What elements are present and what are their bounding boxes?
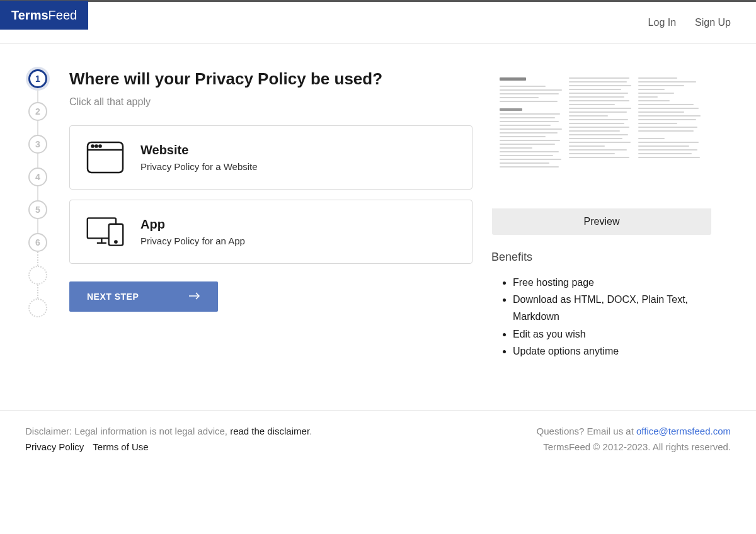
svg-point-3 (95, 145, 97, 147)
step-1[interactable]: 1 (28, 69, 47, 88)
step-placeholder (28, 266, 47, 285)
questions-text: Questions? Email us at (537, 426, 636, 436)
contact-email-link[interactable]: office@termsfeed.com (636, 426, 731, 436)
benefits-list: Free hosting page Download as HTML, DOCX… (491, 274, 712, 360)
step-3: 3 (28, 135, 47, 154)
option-website[interactable]: Website Privacy Policy for a Website (69, 125, 472, 190)
svg-point-4 (99, 145, 101, 147)
next-step-button[interactable]: NEXT STEP (69, 281, 218, 312)
step-connector (37, 285, 38, 298)
browser-icon (85, 140, 125, 175)
arrow-right-icon (189, 292, 200, 302)
benefit-item: Edit as you wish (513, 326, 712, 343)
footer: Disclaimer: Legal information is not leg… (0, 410, 756, 477)
logo-feed: Feed (49, 8, 77, 23)
disclaimer-text: Disclaimer: Legal information is not leg… (25, 426, 230, 436)
benefit-item: Update options anytime (513, 343, 712, 360)
option-text: App Privacy Policy for an App (140, 217, 245, 246)
svg-point-9 (115, 241, 117, 242)
copyright-text: TermsFeed © 2012-2023. All rights reserv… (537, 441, 731, 452)
next-step-label: NEXT STEP (87, 292, 139, 302)
option-desc: Privacy Policy for an App (140, 236, 245, 246)
main-panel: Where will your Privacy Policy be used? … (69, 69, 472, 360)
step-5: 5 (28, 200, 47, 219)
benefits-title: Benefits (491, 251, 712, 264)
option-text: Website Privacy Policy for a Website (140, 143, 258, 172)
step-connector (37, 121, 38, 135)
option-app[interactable]: App Privacy Policy for an App (69, 200, 472, 264)
stepper: 1 2 3 4 5 6 (25, 69, 50, 360)
topbar: TermsFeed Log In Sign Up (0, 0, 756, 44)
disclaimer-link[interactable]: read the disclaimer (230, 426, 309, 436)
option-desc: Privacy Policy for a Website (140, 161, 258, 172)
footer-links: Privacy Policy Terms of Use (25, 441, 312, 452)
login-link[interactable]: Log In (648, 17, 676, 28)
step-connector (37, 219, 38, 233)
preview-button[interactable]: Preview (492, 208, 711, 235)
footer-right: Questions? Email us at office@termsfeed.… (537, 426, 731, 452)
preview-area: Preview (491, 69, 712, 236)
page-subtitle: Click all that apply (69, 96, 472, 108)
benefit-item: Free hosting page (513, 274, 712, 291)
logo-terms: Terms (11, 8, 49, 23)
top-nav: Log In Sign Up (648, 17, 731, 28)
step-placeholder (28, 298, 47, 317)
terms-of-use-link[interactable]: Terms of Use (93, 441, 148, 452)
step-6: 6 (28, 233, 47, 252)
step-connector (37, 252, 38, 266)
footer-left: Disclaimer: Legal information is not leg… (25, 426, 312, 452)
aside-panel: Preview Benefits Free hosting page Downl… (491, 69, 712, 360)
option-title: Website (140, 143, 258, 157)
svg-point-2 (91, 145, 93, 147)
benefit-item: Download as HTML, DOCX, Plain Text, Mark… (513, 291, 712, 325)
signup-link[interactable]: Sign Up (695, 17, 731, 28)
option-title: App (140, 217, 245, 232)
step-connector (37, 154, 38, 168)
logo[interactable]: TermsFeed (0, 1, 88, 30)
container: 1 2 3 4 5 6 Where will your Privacy Poli… (0, 44, 756, 410)
preview-thumbnail (492, 70, 711, 208)
step-connector (37, 186, 38, 200)
step-connector (37, 88, 38, 102)
page-title: Where will your Privacy Policy be used? (69, 69, 472, 89)
step-4: 4 (28, 168, 47, 186)
privacy-policy-link[interactable]: Privacy Policy (25, 441, 84, 452)
devices-icon (85, 214, 125, 249)
step-2: 2 (28, 102, 47, 121)
